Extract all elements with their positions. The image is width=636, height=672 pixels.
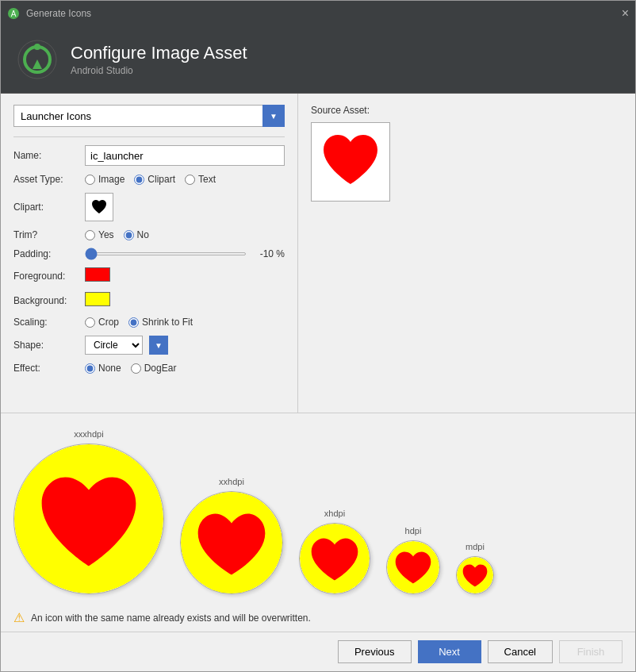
xxhdpi-icon bbox=[181, 491, 282, 594]
icon-type-select[interactable]: Launcher Icons bbox=[13, 105, 285, 127]
effect-dogear-label: DogEar bbox=[144, 363, 177, 374]
padding-control: -10 % bbox=[85, 248, 285, 259]
header: Configure Image Asset Android Studio bbox=[1, 26, 635, 94]
padding-value: -10 % bbox=[253, 248, 285, 259]
shape-label: Shape: bbox=[13, 340, 85, 351]
trim-label: Trim? bbox=[13, 229, 85, 240]
scaling-row: Scaling: Crop Shrink to Fit bbox=[13, 317, 285, 328]
trim-no-option[interactable]: No bbox=[124, 229, 149, 240]
foreground-color-swatch[interactable] bbox=[85, 267, 110, 282]
right-panel: Source Asset: bbox=[298, 94, 635, 413]
xxxhdpi-frame bbox=[13, 444, 164, 594]
xxhdpi-frame bbox=[180, 491, 283, 594]
preview-icons-row: xxxhdpi xxhdpi bbox=[13, 429, 623, 594]
trim-no-label: No bbox=[137, 229, 149, 240]
header-text: Configure Image Asset Android Studio bbox=[71, 43, 247, 76]
mdpi-label: mdpi bbox=[466, 542, 485, 551]
svg-point-4 bbox=[34, 44, 40, 50]
source-heart-svg bbox=[319, 130, 382, 194]
trim-yes-radio[interactable] bbox=[85, 230, 95, 240]
scaling-label: Scaling: bbox=[13, 317, 85, 328]
previous-button[interactable]: Previous bbox=[338, 640, 412, 663]
asset-type-text-radio[interactable] bbox=[185, 175, 195, 185]
padding-row: Padding: -10 % bbox=[13, 248, 285, 259]
close-button[interactable]: × bbox=[622, 7, 629, 20]
asset-type-row: Asset Type: Image Clipart Text bbox=[13, 174, 285, 185]
effect-dogear-option[interactable]: DogEar bbox=[131, 363, 177, 374]
name-row: Name: bbox=[13, 145, 285, 166]
source-asset-preview bbox=[311, 122, 390, 202]
clipart-row: Clipart: bbox=[13, 193, 285, 221]
effect-none-option[interactable]: None bbox=[85, 363, 121, 374]
hdpi-label: hdpi bbox=[405, 526, 422, 536]
trim-no-radio[interactable] bbox=[124, 230, 134, 240]
asset-type-text-label: Text bbox=[198, 174, 216, 185]
source-asset-label: Source Asset: bbox=[311, 105, 623, 116]
name-input-wrapper bbox=[85, 145, 285, 166]
asset-type-text-option[interactable]: Text bbox=[185, 174, 216, 185]
clipart-button[interactable] bbox=[85, 193, 113, 221]
xxhdpi-label: xxhdpi bbox=[219, 477, 244, 486]
trim-yes-option[interactable]: Yes bbox=[85, 229, 114, 240]
asset-type-clipart-label: Clipart bbox=[148, 174, 175, 185]
trim-yes-label: Yes bbox=[98, 229, 114, 240]
background-control bbox=[85, 292, 285, 309]
name-input[interactable] bbox=[85, 145, 285, 166]
scaling-crop-label: Crop bbox=[98, 317, 119, 328]
effect-dogear-radio[interactable] bbox=[131, 363, 141, 374]
padding-label: Padding: bbox=[13, 248, 85, 259]
asset-type-image-option[interactable]: Image bbox=[85, 174, 125, 185]
foreground-control bbox=[85, 267, 285, 284]
scaling-crop-radio[interactable] bbox=[85, 317, 95, 328]
warning-icon: ⚠ bbox=[13, 610, 25, 625]
asset-type-image-radio[interactable] bbox=[85, 175, 95, 185]
icon-type-dropdown-wrapper: Launcher Icons bbox=[13, 105, 285, 127]
left-panel: Launcher Icons Name: Asset Type: bbox=[1, 94, 298, 413]
padding-slider[interactable] bbox=[85, 252, 247, 255]
mdpi-icon bbox=[457, 556, 493, 594]
background-color-swatch[interactable] bbox=[85, 292, 110, 306]
svg-text:A: A bbox=[11, 10, 17, 18]
trim-group: Yes No bbox=[85, 229, 285, 240]
next-button[interactable]: Next bbox=[418, 640, 481, 663]
asset-type-clipart-radio[interactable] bbox=[134, 175, 144, 185]
preview-mdpi-group: mdpi bbox=[456, 542, 494, 594]
button-bar: Previous Next Cancel Finish bbox=[1, 632, 635, 671]
shape-select[interactable]: Circle Square None bbox=[85, 336, 143, 355]
scaling-shrink-radio[interactable] bbox=[128, 317, 139, 328]
preview-xhdpi-group: xhdpi bbox=[299, 509, 370, 594]
hdpi-frame bbox=[386, 540, 440, 594]
clipart-label: Clipart: bbox=[13, 202, 85, 213]
warning-text: An icon with the same name already exist… bbox=[31, 612, 311, 624]
asset-type-group: Image Clipart Text bbox=[85, 174, 285, 185]
trim-row: Trim? Yes No bbox=[13, 229, 285, 240]
preview-xxxhdpi-group: xxxhdpi bbox=[13, 429, 164, 594]
hdpi-icon bbox=[387, 540, 439, 594]
name-label: Name: bbox=[13, 150, 85, 161]
cancel-button[interactable]: Cancel bbox=[488, 640, 553, 663]
android-studio-logo bbox=[17, 39, 58, 80]
shape-row: Shape: Circle Square None ▼ bbox=[13, 336, 285, 355]
preview-hdpi-group: hdpi bbox=[386, 526, 440, 594]
asset-type-clipart-option[interactable]: Clipart bbox=[134, 174, 175, 185]
effect-none-radio[interactable] bbox=[85, 363, 95, 374]
heart-clipart-icon bbox=[90, 198, 108, 216]
title-bar: A Generate Icons × bbox=[1, 1, 635, 26]
header-subtitle: Android Studio bbox=[71, 65, 247, 76]
xhdpi-icon bbox=[300, 523, 370, 594]
scaling-shrink-option[interactable]: Shrink to Fit bbox=[128, 317, 193, 328]
effect-row: Effect: None DogEar bbox=[13, 363, 285, 374]
title-bar-left: A Generate Icons bbox=[7, 7, 91, 20]
finish-button[interactable]: Finish bbox=[559, 640, 623, 663]
asset-type-label: Asset Type: bbox=[13, 174, 85, 185]
preview-section: xxxhdpi xxhdpi bbox=[1, 413, 635, 604]
scaling-crop-option[interactable]: Crop bbox=[85, 317, 119, 328]
xhdpi-frame bbox=[299, 523, 370, 594]
main-window: A Generate Icons × Configure Image Asset… bbox=[0, 0, 636, 672]
xhdpi-label: xhdpi bbox=[324, 509, 345, 518]
background-row: Background: bbox=[13, 292, 285, 309]
asset-type-image-label: Image bbox=[98, 174, 125, 185]
preview-xxhdpi-group: xxhdpi bbox=[180, 477, 283, 594]
shape-dropdown-button[interactable]: ▼ bbox=[149, 336, 168, 355]
scaling-group: Crop Shrink to Fit bbox=[85, 317, 285, 328]
